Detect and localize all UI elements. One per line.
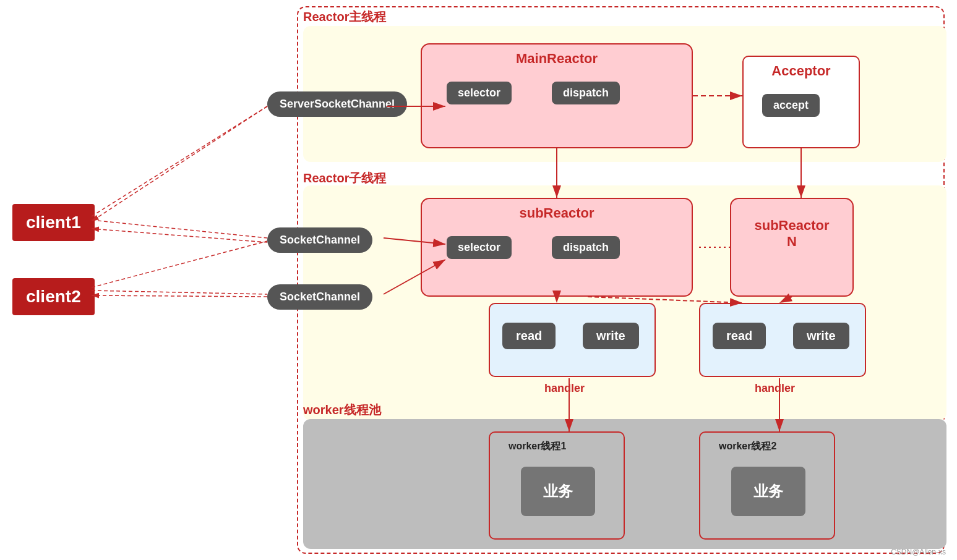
svg-line-7 <box>92 295 267 297</box>
server-socket-channel: ServerSocketChannel <box>267 91 407 117</box>
worker-1-outer: worker线程1 业务 <box>489 431 625 540</box>
svg-line-4 <box>92 220 267 238</box>
sub-reactor-n-box: subReactor N <box>730 198 854 297</box>
main-reactor-title: MainReactor <box>422 51 692 67</box>
write-btn-2: write <box>793 323 849 349</box>
worker-2-outer: worker线程2 业务 <box>699 431 835 540</box>
sub-reactor-n-title: subReactor N <box>731 218 852 250</box>
main-reactor-box: MainReactor selector dispatch <box>421 43 693 148</box>
sub-reactor-title: subReactor <box>422 205 692 221</box>
worker-1-title: worker线程1 <box>509 440 566 453</box>
socket-channel-1: SocketChannel <box>267 227 372 253</box>
acceptor-accept: accept <box>762 94 820 117</box>
acceptor-box: Acceptor accept <box>742 56 860 148</box>
worker-2-title: worker线程2 <box>719 440 776 453</box>
acceptor-title: Acceptor <box>744 63 859 79</box>
worker-1-task: 业务 <box>521 467 595 516</box>
socket-channel-2: SocketChannel <box>267 284 372 310</box>
client2-box: client2 <box>12 278 95 315</box>
worker-pool-gray <box>303 419 946 549</box>
svg-line-6 <box>92 291 267 294</box>
watermark: CSDN@Allen-xs <box>891 548 946 556</box>
sub-reactor-selector: selector <box>447 236 512 259</box>
client1-box: client1 <box>12 204 95 241</box>
sub-reactor-dispatch: dispatch <box>552 236 620 259</box>
reactor-sub-label: Reactor子线程 <box>303 170 386 187</box>
handler-box-1: read write <box>489 303 656 377</box>
svg-line-3 <box>92 106 267 221</box>
read-btn-2: read <box>713 323 766 349</box>
svg-line-5 <box>92 229 267 242</box>
handler-label-1: handler <box>544 382 585 395</box>
diagram: Reactor主线程 MainReactor selector dispatch… <box>0 0 957 560</box>
worker-pool-label: worker线程池 <box>303 402 381 418</box>
svg-line-2 <box>92 106 267 216</box>
main-reactor-dispatch: dispatch <box>552 82 620 104</box>
main-reactor-selector: selector <box>447 82 512 104</box>
handler-label-2: handler <box>755 382 795 395</box>
write-btn-1: write <box>583 323 639 349</box>
sub-reactor-box: subReactor selector dispatch <box>421 198 693 297</box>
reactor-main-label: Reactor主线程 <box>303 9 386 25</box>
handler-box-2: read write <box>699 303 866 377</box>
read-btn-1: read <box>502 323 556 349</box>
worker-2-task: 业务 <box>731 467 805 516</box>
svg-line-8 <box>92 241 267 287</box>
